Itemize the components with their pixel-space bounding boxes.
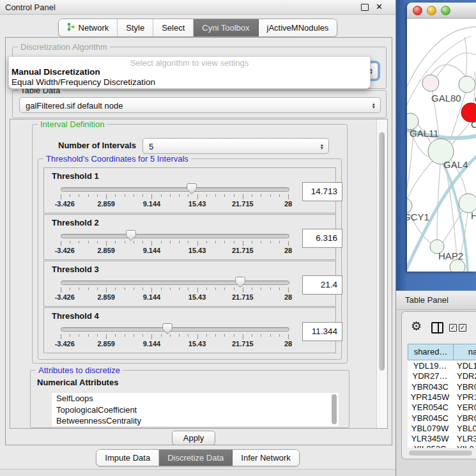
settings-vertical-scrollbar[interactable]	[376, 119, 387, 428]
threshold-label: Threshold 1	[52, 171, 99, 181]
slider-thumb[interactable]	[235, 276, 245, 288]
table-row[interactable]: YPR145WYPR1	[408, 392, 476, 403]
network-node-label: HAP2	[438, 250, 463, 261]
numerical-attributes-list[interactable]: SelfLoopsTopologicalCoefficientBetweenne…	[52, 393, 330, 426]
table-row[interactable]: YDL19…YDL1	[408, 361, 476, 371]
attribute-item-selfloops[interactable]: SelfLoops	[52, 393, 330, 404]
table-row[interactable]: YBR045CYBR0	[408, 413, 476, 424]
minor-tick	[179, 194, 180, 197]
checkbox-icon[interactable]: ✓	[449, 324, 457, 332]
column-header-na[interactable]: na	[453, 344, 476, 360]
algorithm-option-manual[interactable]: Manual Discretization	[12, 67, 100, 77]
scale-label: 21.715	[232, 247, 254, 254]
table-data-select[interactable]: galFiltered.sif default node ▲▼	[19, 97, 381, 113]
node-table[interactable]: shared…na YDL19…YDL1YDR27…YDR2YBR043CYBR…	[408, 344, 476, 448]
close-traffic-light-icon[interactable]	[413, 6, 422, 15]
minor-tick	[252, 288, 252, 290]
minor-tick	[115, 194, 116, 197]
network-edge[interactable]	[464, 37, 467, 76]
close-icon[interactable]: ✕	[376, 2, 383, 12]
major-tick	[106, 288, 107, 293]
slider-ticks	[61, 241, 288, 247]
tab-style[interactable]: Style	[118, 19, 153, 36]
scale-label: 28	[284, 340, 292, 348]
network-node[interactable]	[422, 75, 439, 91]
minor-tick	[215, 288, 216, 290]
minor-tick	[252, 241, 252, 243]
slider-thumb[interactable]	[187, 183, 197, 195]
control-panel-window: Control Panel ✕ NetworkStyleSelectCyni T…	[0, 0, 396, 476]
minor-tick	[261, 241, 261, 243]
table-scrollbar-thumb[interactable]	[409, 450, 472, 456]
minimize-traffic-light-icon[interactable]	[427, 6, 436, 15]
cell-shared-name: YBR043C	[408, 382, 452, 392]
slider-thumb[interactable]	[126, 229, 136, 242]
table-row[interactable]: YBL079WYBL0	[408, 424, 476, 434]
column-header-shared-[interactable]: shared…	[408, 344, 454, 360]
attribute-item-betweennesscentrality[interactable]: BetweennessCentrality	[52, 415, 330, 426]
gear-icon[interactable]: ⚙	[411, 319, 422, 334]
minor-tick	[270, 241, 271, 243]
slider-ticks	[61, 194, 288, 200]
minor-tick	[170, 241, 171, 243]
minor-tick	[161, 334, 162, 337]
tab-network[interactable]: Network	[59, 19, 118, 36]
cell-shared-name: YBR045C	[408, 413, 452, 423]
slider-scale: -3.4262.8599.14415.4321.71528	[61, 200, 288, 208]
interval-definition-group: Interval Definition Number of Intervals …	[32, 124, 348, 364]
minor-tick	[224, 288, 225, 290]
tab-select[interactable]: Select	[153, 19, 194, 36]
table-row[interactable]: YER054CYER0	[408, 403, 476, 413]
table-row[interactable]: YIL052CYIL0	[408, 444, 476, 448]
network-canvas[interactable]: GAL80GACGAL11GAL4GCY1HHAP2	[407, 18, 476, 272]
number-of-intervals-select[interactable]: 5 ▲▼	[142, 138, 329, 154]
tab-discretize-data[interactable]: Discretize Data	[159, 450, 233, 466]
major-tick	[288, 334, 289, 339]
algorithm-dropdown-popup: Select algorithm to view settings Manual…	[8, 56, 371, 89]
algorithm-option-equal-width[interactable]: Equal Width/Frequency Discretization	[12, 77, 155, 87]
tab-bar: NetworkStyleSelectCyni ToolboxjActiveMNo…	[58, 19, 338, 37]
minor-tick	[234, 194, 234, 197]
zoom-traffic-light-icon[interactable]	[441, 6, 450, 15]
network-edge[interactable]	[452, 122, 470, 144]
settings-scrollbar-thumb[interactable]	[379, 132, 385, 371]
table-row[interactable]: YBR043CYBR0	[408, 382, 476, 392]
slider-thumb[interactable]	[162, 323, 173, 335]
tab-impute-data[interactable]: Impute Data	[96, 450, 159, 466]
table-row[interactable]: YLR345WYLR3	[408, 434, 476, 444]
tab-cyni-toolbox[interactable]: Cyni Toolbox	[194, 19, 258, 36]
network-edge[interactable]	[407, 161, 433, 199]
checkbox-icon[interactable]: ✓	[459, 324, 466, 332]
float-window-icon[interactable]	[361, 4, 369, 11]
apply-button[interactable]: Apply	[172, 431, 215, 445]
column-layout-icon[interactable]	[431, 322, 443, 334]
minor-tick	[224, 241, 225, 243]
major-tick	[106, 334, 107, 339]
minor-tick	[161, 194, 162, 197]
table-horizontal-scrollbar[interactable]	[408, 449, 476, 456]
network-node[interactable]	[459, 76, 475, 93]
threshold-value-field[interactable]: 6.316	[302, 229, 342, 248]
minor-tick	[79, 194, 79, 197]
attribute-item-topologicalcoefficient[interactable]: TopologicalCoefficient	[52, 404, 330, 416]
cell-shared-name: YIL052C	[408, 444, 452, 448]
attributes-scrollbar-thumb[interactable]	[332, 394, 337, 424]
major-tick	[288, 241, 289, 246]
tab-jactivemnodules[interactable]: jActiveMNodules	[259, 19, 337, 36]
threshold-value-field[interactable]: 11.344	[302, 322, 342, 341]
algorithm-hint-option[interactable]: Select algorithm to view settings	[9, 58, 370, 68]
cell-name: YLR3	[457, 434, 476, 443]
threshold-value-field[interactable]: 21.4	[302, 275, 342, 295]
attributes-scrollbar[interactable]	[330, 393, 339, 426]
slider-track[interactable]	[61, 187, 289, 192]
network-node-label: C	[471, 119, 476, 130]
slider-track[interactable]	[61, 280, 289, 285]
tab-infer-network[interactable]: Infer Network	[233, 450, 298, 466]
threshold-value-field[interactable]: 14.713	[302, 182, 342, 201]
slider-track[interactable]	[61, 327, 289, 332]
cell-name: YER0	[457, 403, 476, 412]
network-edge[interactable]	[431, 65, 466, 77]
slider-track[interactable]	[61, 234, 289, 238]
table-row[interactable]: YDR27…YDR2	[408, 371, 476, 381]
tab-label: Network	[79, 23, 109, 33]
